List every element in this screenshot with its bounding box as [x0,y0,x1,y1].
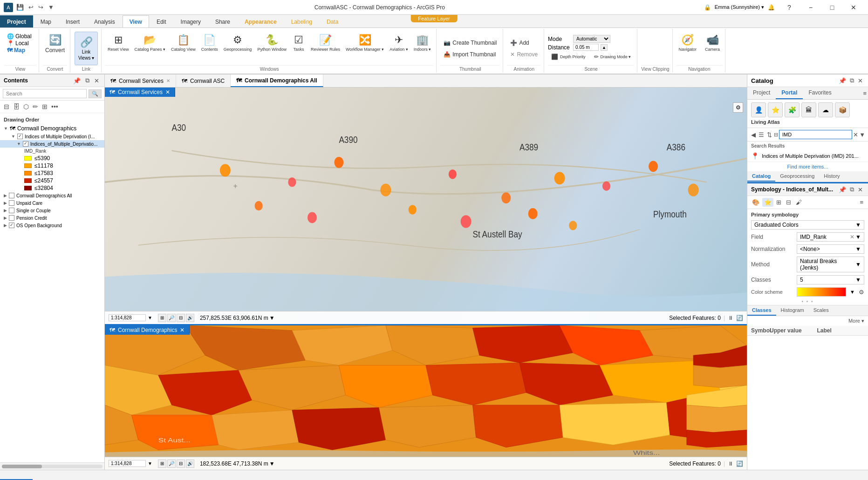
catalog-clear-btn[interactable]: ✕ [853,131,858,138]
database-icon-btn[interactable]: 🗄 [12,102,21,111]
checkbox-demographics-all[interactable] [9,193,14,198]
undo-quick-btn[interactable]: ↩ [27,3,35,11]
catalog-float-btn[interactable]: ⧉ [848,76,855,85]
camera-btn[interactable]: 📹 Camera [703,32,722,65]
inner-tab-close-2[interactable]: ✕ [180,327,185,333]
layer-cornwall-demographics-all[interactable]: ▶ Cornwall Demographics All [0,192,104,199]
catalog-bot-tab-geoprocessing[interactable]: Geoprocessing [775,171,819,182]
sym-tab-histogram[interactable]: Histogram [776,305,809,316]
tab-appearance[interactable]: Appearance [238,15,284,27]
tab-share[interactable]: Share [208,15,237,27]
sym-tab-classes[interactable]: Classes [747,305,776,316]
indoors-btn[interactable]: 🏢 Indoors ▾ [411,32,434,65]
cat-icon-user[interactable]: 👤 [751,102,766,117]
notification-icon[interactable]: 🔔 [768,4,775,11]
collapse-indices[interactable]: ▼ [11,134,15,139]
more-dropdown-btn[interactable]: More ▾ [848,318,864,324]
sym-brush-btn[interactable]: 🖌 [794,198,804,207]
import-thumbnail-btn[interactable]: 📥 Import Thumbnail [440,49,500,60]
link-views-btn[interactable]: 🔗 Link Views ▾ [75,32,98,65]
global-btn[interactable]: 🌐Global [7,33,32,40]
depth-priority-btn[interactable]: ⬛ Depth Priority [548,52,589,62]
reviewer-rules-btn[interactable]: 📝 Reviewer Rules [308,32,342,65]
catalog-tab-portal[interactable]: Portal [776,87,803,99]
filter-icon-btn[interactable]: ⊟ [3,102,10,111]
bottom-refresh-btn[interactable]: 🔄 [736,460,743,467]
drawing-mode-btn[interactable]: ✏ Drawing Mode ▾ [591,52,635,62]
catalog-menu-btn[interactable]: ≡ [861,87,868,99]
layer-pension-credit[interactable]: ▶ Pension Credit [0,214,104,222]
tab-view[interactable]: View [123,15,149,27]
layer-os-open-background[interactable]: ▶ OS Open Background [0,222,104,229]
collapse-feature[interactable]: ▼ [17,142,21,146]
pencil-icon-btn[interactable]: ✏ [32,102,39,111]
tab-data[interactable]: Data [320,15,345,27]
checkbox-unpaid-care[interactable] [9,200,14,206]
checkbox-single-couple[interactable] [9,208,14,213]
checkbox-pension-credit[interactable] [9,215,14,221]
catalog-pin-btn[interactable]: 📌 [837,76,847,85]
create-thumbnail-btn[interactable]: 📷 Create Thumbnail [440,38,500,48]
inner-tab-cornwall-demographics[interactable]: 🗺 Cornwall Demographics ✕ [105,325,190,335]
tab-labeling[interactable]: Labeling [284,15,319,27]
bottom-pause-btn[interactable]: ⏸ [728,460,733,467]
quick-access-dropdown[interactable]: ▼ [47,3,55,11]
method-dropdown[interactable]: Natural Breaks (Jenks) ▼ [797,257,864,272]
catalog-search-input[interactable] [779,130,852,139]
checkbox-os-background[interactable] [9,223,14,228]
cat-icon-org[interactable]: 🏛 [801,102,816,117]
more-icon-btn[interactable]: ••• [50,102,59,111]
sym-resize-handle[interactable]: • • • [747,298,868,305]
layer-indices-multiple-deprivation[interactable]: ▼ Indices of Multiple Deprivation (I... [0,133,104,140]
normalization-dropdown[interactable]: <None> ▼ [797,244,864,254]
workflow-manager-btn[interactable]: 🔀 Workflow Manager ▾ [343,32,386,65]
layer-unpaid-care[interactable]: ▶ Unpaid Care [0,199,104,207]
top-scale-input[interactable] [109,314,146,321]
distance-input[interactable] [573,44,599,51]
python-window-btn[interactable]: 🐍 Python Window [255,32,289,65]
maximize-btn[interactable]: □ [821,0,843,15]
layer-cornwall-demographics[interactable]: ▼ 🗺 Cornwall Demographics [0,124,104,133]
save-quick-btn[interactable]: 💾 [15,3,25,11]
mode-select[interactable]: Automatic [573,35,610,43]
sym-float-btn[interactable]: ⧉ [848,185,855,194]
sym-pin-btn[interactable]: 📌 [837,185,847,194]
sym-filter-btn[interactable]: ⊟ [784,198,793,207]
map-btn[interactable]: 🗺Map [7,47,32,54]
audio-btn[interactable]: 🔊 [186,314,194,322]
collapse-demographics-all[interactable]: ▶ [4,193,7,198]
symbology-type-dropdown[interactable]: Graduated Colors ▼ [751,220,864,230]
collapse-single-couple[interactable]: ▶ [4,208,7,213]
zoom-in-btn[interactable]: 🔎 [167,314,176,322]
tab-cornwall-asc[interactable]: 🗺 Cornwall ASC [176,74,231,87]
sym-grid-btn[interactable]: ⊞ [774,198,783,207]
collapse-unpaid-care[interactable]: ▶ [4,201,7,205]
local-btn[interactable]: 📍Local [7,40,32,47]
sym-paint-btn[interactable]: 🎨 [750,198,761,207]
catalog-close-btn[interactable]: ✕ [856,76,864,85]
redo-quick-btn[interactable]: ↪ [37,3,45,11]
tab-map[interactable]: Map [34,15,58,27]
catalog-result-imd[interactable]: 📍 Indices of Multiple Deprivation (IMD) … [747,150,868,162]
catalog-sort-btn[interactable]: ⇅ [766,130,773,139]
contents-float-btn[interactable]: ⧉ [84,76,91,85]
catalog-panes-btn[interactable]: 📂 Catalog Panes ▾ [132,32,168,65]
collapse-pension-credit[interactable]: ▶ [4,216,7,220]
sym-tab-scales[interactable]: Scales [809,305,834,316]
tab-edit[interactable]: Edit [150,15,173,27]
close-cornwall-services[interactable]: ✕ [166,78,170,83]
contents-btn[interactable]: 📄 Contents [199,32,220,65]
polygon-icon-btn[interactable]: ⬡ [22,102,30,111]
cat-icon-package[interactable]: 📦 [835,102,850,117]
checkbox-feature[interactable] [23,141,28,147]
top-refresh-btn[interactable]: 🔄 [736,315,743,321]
search-input[interactable] [3,89,87,98]
minimize-btn[interactable]: − [800,0,821,15]
layer-single-or-couple[interactable]: ▶ Single or Couple [0,207,104,214]
add-animation-btn[interactable]: ➕ Add [507,38,541,48]
sym-close-btn[interactable]: ✕ [856,185,864,194]
catalog-view-btn[interactable]: 📋 Catalog View [169,32,198,65]
user-name[interactable]: Emma (Sunnyshire) ▾ [715,4,764,10]
bottom-zoom-in-btn[interactable]: 🔎 [167,460,176,468]
sym-star-btn[interactable]: ⭐ [762,198,773,207]
